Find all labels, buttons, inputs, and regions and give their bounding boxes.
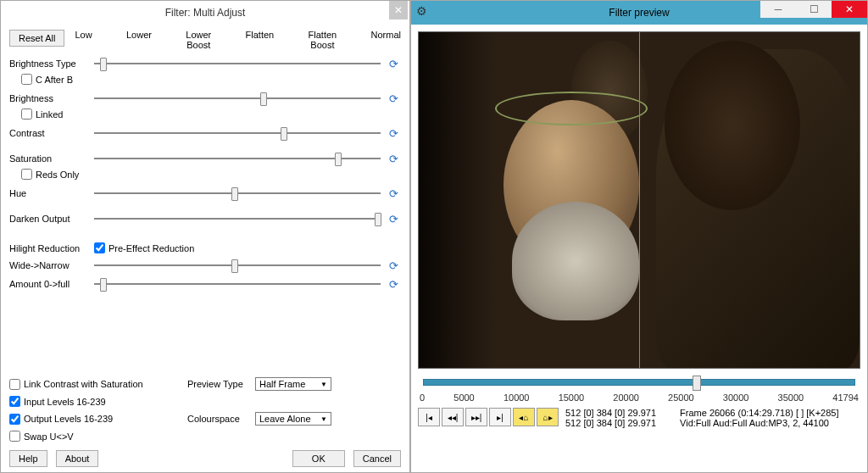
darken-output-label: Darken Output — [9, 214, 94, 224]
refresh-icon[interactable]: ⟳ — [386, 211, 401, 226]
swap-uv-checkbox[interactable]: Swap U<>V — [9, 431, 187, 442]
window-title: Filter: Multi Adjust — [165, 7, 246, 19]
refresh-icon[interactable]: ⟳ — [386, 151, 401, 166]
split-divider — [639, 32, 640, 368]
input-levels-checkbox[interactable]: Input Levels 16-239 — [9, 396, 187, 407]
linked-checkbox[interactable]: Linked — [21, 109, 401, 120]
window-title: Filter preview — [609, 7, 669, 19]
video-preview — [418, 31, 860, 369]
step-fwd-button[interactable]: ▸▸| — [465, 408, 487, 426]
amount-slider[interactable] — [94, 275, 381, 292]
hue-label: Hue — [9, 188, 94, 198]
about-button[interactable]: About — [56, 450, 99, 467]
darken-output-slider[interactable] — [94, 210, 381, 227]
ok-button[interactable]: OK — [292, 450, 345, 467]
keyframe-next-button[interactable]: ⌂▸ — [537, 408, 559, 426]
app-icon: ⚙ — [416, 4, 427, 18]
cancel-button[interactable]: Cancel — [353, 450, 401, 467]
titlebar[interactable]: Filter: Multi Adjust ✕ — [1, 1, 409, 25]
radio-lower-boost[interactable]: Lower Boost — [186, 30, 211, 50]
colourspace-label: Colourspace — [187, 414, 255, 424]
timeline-ticks: 0 5000 10000 15000 20000 25000 30000 350… — [418, 392, 860, 403]
close-icon[interactable]: ✕ — [832, 1, 867, 18]
brightness-slider[interactable] — [94, 90, 381, 107]
close-icon[interactable]: ✕ — [389, 1, 408, 19]
pre-effect-checkbox[interactable]: Pre-Effect Reduction — [94, 242, 194, 253]
timeline-scrubber[interactable] — [418, 376, 860, 391]
wide-narrow-slider[interactable] — [94, 257, 381, 274]
saturation-label: Saturation — [9, 153, 94, 164]
radio-normal[interactable]: Normal — [371, 30, 401, 50]
radio-low[interactable]: Low — [75, 30, 92, 50]
link-contrast-checkbox[interactable]: Link Contrast with Saturation — [9, 379, 187, 390]
contrast-label: Contrast — [9, 128, 94, 138]
status-text: 512 [0] 384 [0] 29.971Frame 26066 (0:14:… — [565, 408, 838, 428]
refresh-icon[interactable]: ⟳ — [386, 91, 401, 106]
brightness-type-label: Brightness Type — [9, 58, 94, 69]
titlebar[interactable]: ⚙ Filter preview ─ ☐ ✕ — [411, 1, 867, 25]
filter-preview-window: ⚙ Filter preview ─ ☐ ✕ 0 5000 10000 1500… — [410, 0, 868, 473]
maximize-icon[interactable]: ☐ — [796, 1, 832, 18]
chevron-down-icon: ▼ — [320, 381, 327, 388]
help-button[interactable]: Help — [9, 450, 47, 467]
refresh-icon[interactable]: ⟳ — [386, 276, 401, 292]
reds-only-checkbox[interactable]: Reds Only — [21, 169, 401, 180]
brightness-type-slider[interactable] — [94, 55, 381, 72]
reset-all-button[interactable]: Reset All — [9, 30, 64, 47]
brightness-label: Brightness — [9, 93, 94, 103]
brightness-type-radio-group: Low Lower Lower Boost Flatten Flatten Bo… — [64, 30, 401, 50]
colourspace-select[interactable]: Leave Alone▼ — [255, 412, 331, 426]
filter-settings-window: Filter: Multi Adjust ✕ Reset All Low Low… — [0, 0, 410, 473]
refresh-icon[interactable]: ⟳ — [386, 186, 401, 201]
radio-lower[interactable]: Lower — [126, 30, 152, 50]
step-back-button[interactable]: ◂◂| — [442, 408, 464, 426]
preview-type-select[interactable]: Half Frame▼ — [255, 377, 331, 391]
amount-label: Amount 0->full — [9, 279, 94, 289]
hue-slider[interactable] — [94, 185, 381, 202]
go-end-button[interactable]: ▸| — [489, 408, 511, 426]
saturation-slider[interactable] — [94, 150, 381, 167]
c-after-b-checkbox[interactable]: C After B — [21, 74, 401, 85]
contrast-slider[interactable] — [94, 125, 381, 142]
refresh-icon[interactable]: ⟳ — [386, 125, 401, 141]
chevron-down-icon: ▼ — [320, 415, 327, 423]
radio-flatten-boost[interactable]: Flatten Boost — [309, 30, 337, 50]
radio-flatten[interactable]: Flatten — [246, 30, 275, 50]
go-start-button[interactable]: |◂ — [418, 408, 440, 426]
refresh-icon[interactable]: ⟳ — [386, 258, 401, 273]
scrubber-thumb[interactable] — [693, 376, 701, 391]
hilight-reduction-label: Hilight Reduction — [9, 243, 94, 253]
preview-type-label: Preview Type — [187, 379, 255, 389]
wide-narrow-label: Wide->Narrow — [9, 260, 94, 270]
refresh-icon[interactable]: ⟳ — [386, 56, 401, 71]
keyframe-prev-button[interactable]: ◂⌂ — [513, 408, 535, 426]
output-levels-checkbox[interactable]: Output Levels 16-239 — [9, 414, 187, 425]
minimize-icon[interactable]: ─ — [760, 1, 796, 18]
